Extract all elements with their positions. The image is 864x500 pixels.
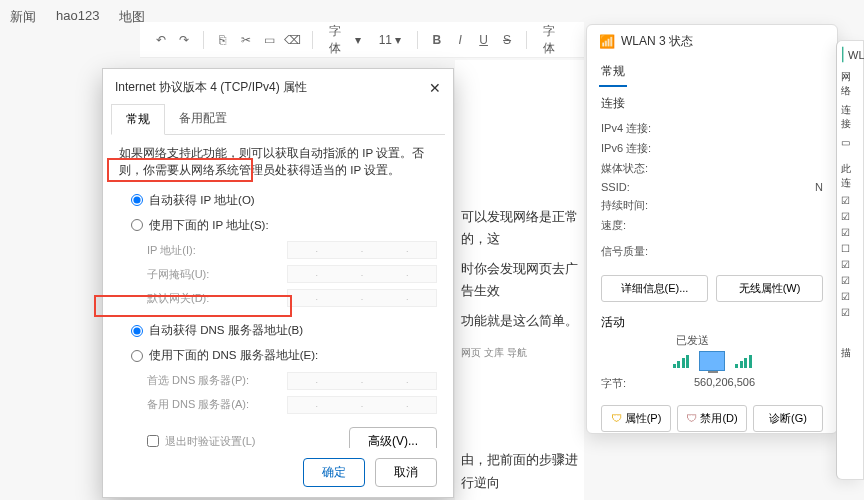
label-auto-dns: 自动获得 DNS 服务器地址(B) bbox=[149, 322, 303, 339]
doc-text: 功能就是这么简单。 bbox=[461, 310, 578, 332]
label-mask: 子网掩码(U): bbox=[147, 266, 209, 283]
label-sent: 已发送 bbox=[676, 333, 709, 348]
advanced-button[interactable]: 高级(V)... bbox=[349, 427, 437, 449]
mask-input: ... bbox=[287, 265, 437, 283]
scissors-icon[interactable]: ✂ bbox=[237, 31, 254, 49]
clear-icon[interactable]: ⌫ bbox=[284, 31, 301, 49]
activity-header: 活动 bbox=[601, 314, 823, 331]
activity-graphic bbox=[601, 348, 823, 374]
dns1-input: ... bbox=[287, 372, 437, 390]
diagnose-button[interactable]: 诊断(G) bbox=[753, 405, 823, 432]
radio-manual-dns[interactable] bbox=[131, 350, 143, 362]
label-ipv6conn: IPv6 连接: bbox=[601, 141, 651, 156]
label-dns2: 备用 DNS 服务器(A): bbox=[147, 396, 249, 413]
document-body: 可以发现网络是正常的，这 时你会发现网页去广告生效 功能就是这么简单。 网页 文… bbox=[455, 60, 584, 500]
doc-text: 时你会发现网页去广告生效 bbox=[461, 258, 578, 302]
label-manual-ip: 使用下面的 IP 地址(S): bbox=[149, 217, 269, 234]
label-ssid: SSID: bbox=[601, 181, 630, 193]
disable-button[interactable]: 🛡 禁用(D) bbox=[677, 405, 747, 432]
wifi-icon: ⎢ bbox=[841, 47, 848, 62]
doc-subtabs: 网页 文库 导航 bbox=[461, 344, 578, 361]
details-button[interactable]: 详细信息(E)... bbox=[601, 275, 708, 302]
tab-general[interactable]: 常规 bbox=[111, 104, 165, 135]
strike-icon[interactable]: S bbox=[498, 31, 515, 49]
shield-icon: 🛡 bbox=[686, 412, 697, 424]
label-duration: 持续时间: bbox=[601, 198, 648, 213]
font-color-select[interactable]: 字体 bbox=[537, 21, 572, 59]
value-ssid: N bbox=[815, 181, 823, 193]
radio-auto-dns[interactable] bbox=[131, 325, 143, 337]
gateway-input: ... bbox=[287, 289, 437, 307]
label-auto-ip: 自动获得 IP 地址(O) bbox=[149, 192, 255, 209]
wlan-title-text: WLAN 3 状态 bbox=[621, 33, 693, 50]
ok-button[interactable]: 确定 bbox=[303, 458, 365, 487]
label-validate: 退出时验证设置(L) bbox=[165, 433, 255, 448]
italic-icon[interactable]: I bbox=[451, 31, 468, 49]
label-dns1: 首选 DNS 服务器(P): bbox=[147, 372, 249, 389]
wlan-status-window: 📶 WLAN 3 状态 常规 连接 IPv4 连接: IPv6 连接: 媒体状态… bbox=[586, 24, 838, 434]
monitor-icon bbox=[699, 351, 725, 371]
cancel-button[interactable]: 取消 bbox=[375, 458, 437, 487]
brush-icon[interactable]: ▭ bbox=[261, 31, 278, 49]
radio-manual-ip[interactable] bbox=[131, 219, 143, 231]
tab-news[interactable]: 新闻 bbox=[10, 8, 36, 26]
tab-hao123[interactable]: hao123 bbox=[56, 8, 99, 26]
bold-icon[interactable]: B bbox=[428, 31, 445, 49]
close-icon[interactable]: ✕ bbox=[429, 80, 441, 96]
dialog-title: Internet 协议版本 4 (TCP/IPv4) 属性 bbox=[115, 79, 307, 96]
connection-header: 连接 bbox=[601, 95, 823, 112]
font-size-select[interactable]: 11 ▾ bbox=[373, 31, 407, 49]
label-manual-dns: 使用下面的 DNS 服务器地址(E): bbox=[149, 347, 318, 364]
side-wlan-panel: ⎢WL 网络 连接 ▭ 此连 ☑ ☑ ☑ ☐ ☑ ☑ ☑ ☑ 描 bbox=[836, 40, 864, 480]
tab-alternate[interactable]: 备用配置 bbox=[165, 104, 241, 134]
underline-icon[interactable]: U bbox=[475, 31, 492, 49]
doc-text: 由，把前面的步骤进行逆向 bbox=[461, 449, 578, 493]
label-gateway: 默认网关(D): bbox=[147, 290, 209, 307]
radio-auto-ip[interactable] bbox=[131, 194, 143, 206]
shield-icon: 🛡 bbox=[611, 412, 622, 424]
ip-input: ... bbox=[287, 241, 437, 259]
ipv4-properties-dialog: Internet 协议版本 4 (TCP/IPv4) 属性 ✕ 常规 备用配置 … bbox=[102, 68, 454, 498]
checkbox-validate[interactable] bbox=[147, 435, 159, 447]
redo-icon[interactable]: ↷ bbox=[175, 31, 192, 49]
label-speed: 速度: bbox=[601, 218, 626, 233]
doc-text: 可以发现网络是正常的，这 bbox=[461, 206, 578, 250]
dns2-input: ... bbox=[287, 396, 437, 414]
browser-tabs: 新闻 hao123 地图 bbox=[10, 8, 145, 26]
properties-button[interactable]: 🛡 属性(P) bbox=[601, 405, 671, 432]
wifi-icon: 📶 bbox=[599, 34, 615, 49]
font-family-select[interactable]: 字体 ▾ bbox=[323, 21, 367, 59]
label-signal: 信号质量: bbox=[601, 244, 648, 259]
label-ip: IP 地址(I): bbox=[147, 242, 196, 259]
copy-icon[interactable]: ⎘ bbox=[214, 31, 231, 49]
wireless-props-button[interactable]: 无线属性(W) bbox=[716, 275, 823, 302]
label-bytes: 字节: bbox=[601, 376, 626, 391]
undo-icon[interactable]: ↶ bbox=[152, 31, 169, 49]
wlan-tab-general[interactable]: 常规 bbox=[599, 58, 627, 87]
editor-toolbar: ↶ ↷ ⎘ ✂ ▭ ⌫ 字体 ▾ 11 ▾ B I U S 字体 bbox=[140, 22, 584, 58]
label-ipv4conn: IPv4 连接: bbox=[601, 121, 651, 136]
dialog-description: 如果网络支持此功能，则可以获取自动指派的 IP 设置。否则，你需要从网络系统管理… bbox=[119, 145, 437, 180]
label-media: 媒体状态: bbox=[601, 161, 648, 176]
value-bytes-sent: 560,206,506 bbox=[694, 376, 755, 391]
